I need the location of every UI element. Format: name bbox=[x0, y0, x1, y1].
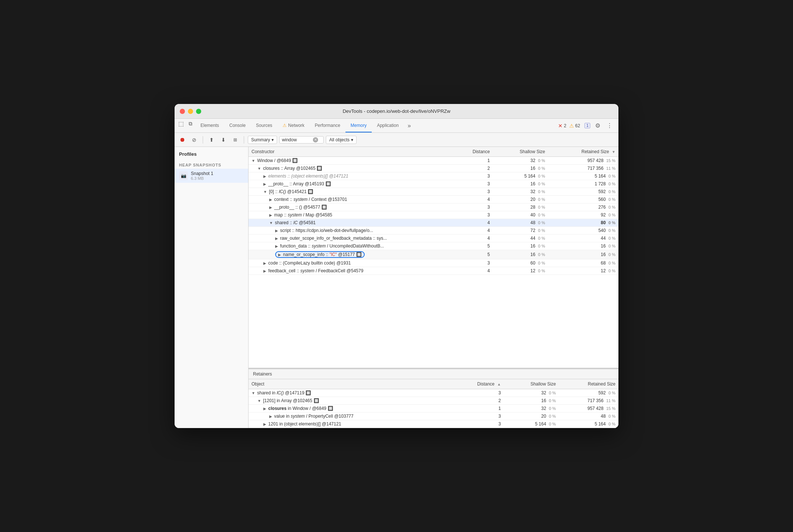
device-icon[interactable]: ⧉ bbox=[186, 119, 195, 128]
heap-snapshots-header: HEAP SNAPSHOTS bbox=[175, 160, 248, 169]
divider-2 bbox=[244, 136, 244, 144]
record-button[interactable]: ⏺ bbox=[178, 135, 187, 145]
expand-icon[interactable]: ▶ bbox=[269, 198, 272, 202]
class-filter-dropdown[interactable]: All objects ▾ bbox=[326, 136, 357, 144]
th-distance[interactable]: Distance bbox=[452, 147, 493, 157]
tab-settings-area: ✕ 2 ⚠ 62 1 ⚙ ⋮ bbox=[555, 119, 617, 132]
expand-icon[interactable]: ▶ bbox=[269, 205, 272, 209]
table-row[interactable]: ▶ elements :: (object elements)[] @14712… bbox=[249, 172, 618, 180]
devtools-window: DevTools - codepen.io/web-dot-dev/live/o… bbox=[175, 104, 618, 428]
th-constructor: Constructor bbox=[249, 147, 452, 157]
expand-icon[interactable]: ▶ bbox=[275, 236, 278, 240]
warning-badge: ⚠ 62 bbox=[569, 123, 580, 129]
table-row[interactable]: ▶ raw_outer_scope_info_or_feedback_metad… bbox=[249, 235, 618, 242]
expand-icon[interactable]: ▶ bbox=[263, 407, 266, 411]
traffic-lights bbox=[180, 109, 201, 114]
snapshot-icon: 📷 bbox=[179, 171, 188, 180]
expand-icon[interactable]: ▶ bbox=[275, 229, 278, 233]
filter-input[interactable] bbox=[282, 137, 311, 142]
minimize-button[interactable] bbox=[188, 109, 193, 114]
table-row[interactable]: ▼ shared in lC() @147119 🔲 3 32 0 % 592 … bbox=[249, 389, 618, 397]
expand-icon[interactable]: ▶ bbox=[263, 422, 266, 426]
expand-icon[interactable]: ▶ bbox=[269, 213, 272, 217]
table-row[interactable]: ▶ function_data :: system / UncompiledDa… bbox=[249, 242, 618, 250]
table-row-highlighted[interactable]: ▶ name_or_scope_info :: "lC" @15177 🔲 5 … bbox=[249, 250, 618, 259]
table-row[interactable]: ▶ code :: (CompileLazy builtin code) @19… bbox=[249, 259, 618, 267]
heap-table-header: Constructor Distance Shallow Size Retain… bbox=[249, 147, 618, 157]
table-row[interactable]: ▼ Window / @6849 🔲 1 32 0 % 957 428 15 % bbox=[249, 157, 618, 165]
th-ret-distance[interactable]: Distance ▲ bbox=[452, 379, 504, 389]
expand-icon[interactable]: ▶ bbox=[263, 261, 266, 265]
table-row[interactable]: ▶ closures in Window / @6849 🔲 1 32 0 % … bbox=[249, 405, 618, 413]
expand-icon[interactable]: ▶ bbox=[275, 244, 278, 248]
table-row[interactable]: ▶ feedback_cell :: system / FeedbackCell… bbox=[249, 267, 618, 275]
snapshot-name: Snapshot 1 bbox=[191, 171, 244, 176]
th-ret-retained[interactable]: Retained Size bbox=[559, 379, 618, 389]
close-button[interactable] bbox=[180, 109, 185, 114]
table-row[interactable]: ▶ __proto__ :: Array @145193 🔲 3 16 0 % … bbox=[249, 180, 618, 188]
expand-icon[interactable]: ▼ bbox=[263, 190, 267, 194]
sort-desc-icon: ▼ bbox=[612, 150, 615, 154]
th-retained[interactable]: Retained Size ▼ bbox=[548, 147, 618, 157]
tab-sources[interactable]: Sources bbox=[251, 119, 277, 132]
upload-icon[interactable]: ⬆ bbox=[207, 135, 216, 145]
heap-table-body: ▼ Window / @6849 🔲 1 32 0 % 957 428 15 % bbox=[249, 157, 618, 275]
settings-icon[interactable]: ⚙ bbox=[593, 121, 602, 130]
filter-icon[interactable]: ⊞ bbox=[230, 135, 240, 145]
table-row[interactable]: ▶ context :: system / Context @153701 4 … bbox=[249, 196, 618, 203]
table-row[interactable]: ▶ script :: https://cdpn.io/web-dot-dev/… bbox=[249, 227, 618, 235]
expand-icon[interactable]: ▶ bbox=[263, 182, 266, 186]
expand-icon[interactable]: ▶ bbox=[263, 269, 266, 273]
table-row[interactable]: ▶ value in system / PropertyCell @103777… bbox=[249, 413, 618, 420]
window-title: DevTools - codepen.io/web-dot-dev/live/o… bbox=[342, 108, 450, 114]
sidebar-profiles-title: Profiles bbox=[175, 151, 248, 160]
dropdown-arrow: ▾ bbox=[351, 137, 353, 142]
error-icon: ✕ bbox=[558, 123, 563, 129]
table-row[interactable]: ▼ [1201] in Array @102465 🔲 2 16 0 % 717… bbox=[249, 397, 618, 405]
tab-performance[interactable]: Performance bbox=[310, 119, 345, 132]
download-icon[interactable]: ⬇ bbox=[219, 135, 228, 145]
table-row[interactable]: ▼ [0] :: lC() @145421 🔲 3 32 0 % 592 0 % bbox=[249, 188, 618, 196]
tab-elements[interactable]: Elements bbox=[195, 119, 224, 132]
retainers-header: Retainers bbox=[249, 369, 618, 379]
expand-icon[interactable]: ▶ bbox=[263, 174, 266, 178]
maximize-button[interactable] bbox=[196, 109, 201, 114]
tab-application[interactable]: Application bbox=[372, 119, 404, 132]
warning-icon: ⚠ bbox=[569, 123, 574, 129]
heap-table: Constructor Distance Shallow Size Retain… bbox=[249, 147, 618, 275]
retainers-table-header: Object Distance ▲ Shallow Size Retained … bbox=[249, 379, 618, 389]
expand-icon[interactable]: ▼ bbox=[269, 221, 273, 225]
expand-icon[interactable]: ▼ bbox=[252, 159, 255, 163]
expand-icon[interactable]: ▼ bbox=[257, 166, 261, 171]
expand-icon[interactable]: ▶ bbox=[278, 253, 281, 257]
heap-table-container[interactable]: Constructor Distance Shallow Size Retain… bbox=[249, 147, 618, 369]
table-row[interactable]: ▶ 1201 in (object elements)[] @147121 3 … bbox=[249, 420, 618, 428]
sidebar: Profiles HEAP SNAPSHOTS 📷 Snapshot 1 6.3… bbox=[175, 147, 249, 428]
table-row[interactable]: ▼ closures :: Array @102465 🔲 2 16 0 % 7… bbox=[249, 165, 618, 172]
table-row[interactable]: ▶ __proto__ :: () @54577 🔲 3 28 0 % 276 … bbox=[249, 203, 618, 211]
clear-filter-button[interactable]: ✕ bbox=[313, 137, 318, 142]
tab-console[interactable]: Console bbox=[224, 119, 251, 132]
error-badge: ✕ 2 bbox=[558, 123, 566, 129]
table-row[interactable]: ▶ map :: system / Map @54585 3 40 0 % 92… bbox=[249, 211, 618, 219]
tab-network[interactable]: ⚠ Network bbox=[277, 119, 310, 132]
tab-memory[interactable]: Memory bbox=[345, 119, 372, 132]
snapshot-item[interactable]: 📷 Snapshot 1 6.3 MB bbox=[175, 169, 248, 183]
table-row-selected[interactable]: ▼ shared :: lC @54581 4 48 0 % 80 0 % bbox=[249, 219, 618, 227]
expand-icon[interactable]: ▼ bbox=[252, 391, 255, 395]
inspect-icon[interactable]: ⬚ bbox=[176, 119, 186, 128]
clear-button[interactable]: ⊘ bbox=[189, 135, 199, 145]
more-tabs-button[interactable]: » bbox=[404, 119, 415, 132]
main-content: Profiles HEAP SNAPSHOTS 📷 Snapshot 1 6.3… bbox=[175, 147, 618, 428]
expand-icon[interactable]: ▶ bbox=[269, 414, 272, 418]
th-shallow[interactable]: Shallow Size bbox=[493, 147, 548, 157]
retainers-section: Retainers Object Distance ▲ bbox=[249, 369, 618, 428]
highlighted-cell: ▶ name_or_scope_info :: "lC" @15177 🔲 bbox=[275, 251, 365, 258]
more-options-icon[interactable]: ⋮ bbox=[605, 121, 614, 130]
filter-input-container: ✕ bbox=[279, 136, 324, 144]
content-area: Constructor Distance Shallow Size Retain… bbox=[249, 147, 618, 428]
th-ret-shallow[interactable]: Shallow Size bbox=[504, 379, 559, 389]
action-bar: ⏺ ⊘ ⬆ ⬇ ⊞ Summary ▾ ✕ All objects ▾ bbox=[175, 133, 618, 147]
summary-dropdown[interactable]: Summary ▾ bbox=[248, 136, 277, 144]
expand-icon[interactable]: ▼ bbox=[257, 399, 261, 403]
